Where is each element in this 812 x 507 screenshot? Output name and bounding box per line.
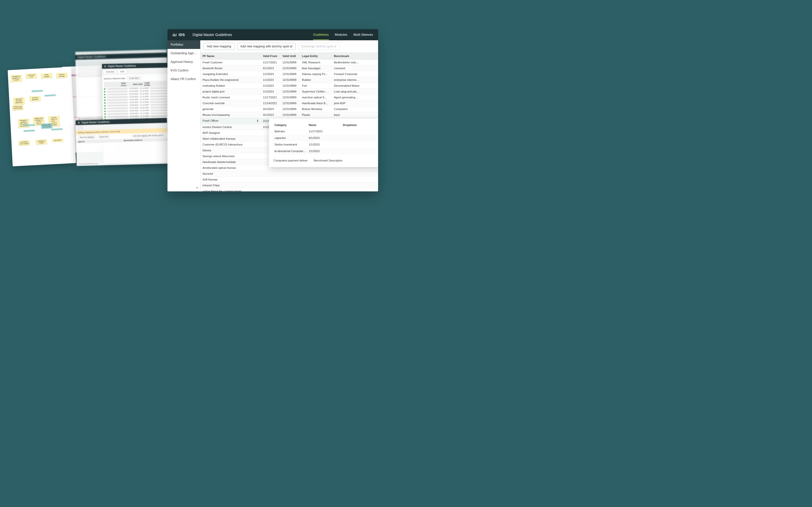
sidebar-item-allianz-fr-confirm[interactable]: Allianz FR Confirm — [167, 75, 200, 83]
table-row[interactable]: generate3/1/202312/31/9999Bolivar Montan… — [200, 106, 378, 112]
table-row[interactable]: project digital port1/1/202312/31/9999Su… — [200, 89, 378, 95]
sticky-note: Anfrage bzgl. neuer Fonds — [12, 105, 23, 111]
app-header: IDS Digital Master Guidelines Guidelines… — [167, 29, 378, 40]
popover-row[interactable]: bi-directional Computer ap…1/1/2023 — [273, 148, 376, 154]
col-benchmark[interactable]: Benchmark — [332, 53, 378, 60]
bg-sticky-board: Navigate to guideline or moduleDownload … — [8, 67, 76, 167]
popover-footer-left: Computers payment deliver — [273, 159, 308, 162]
download-icon[interactable]: ⬇ — [256, 119, 259, 123]
col-pf-name[interactable]: PF Name — [200, 53, 261, 60]
table-row[interactable]: motivating Rubber1/1/202312/31/9999FortD… — [200, 83, 378, 89]
sticky-note: Make changes — [41, 73, 52, 79]
nav-modules[interactable]: Modules — [335, 30, 347, 40]
table-row[interactable]: Fresh Customer11/17/202112/31/9999XML Re… — [200, 60, 378, 65]
popover-row[interactable]: Serbia Investment1/1/2023 — [273, 141, 376, 148]
table-row[interactable]: bluetooth Books6/1/202312/31/9999blue Sa… — [200, 65, 378, 71]
sidebar-item-kvg-confirm[interactable]: KVG Confirm — [167, 66, 200, 75]
sticky-note: MS Asset Manager abstimmen — [13, 97, 24, 105]
sticky-note: Navigate to guideline or module — [10, 74, 22, 82]
sidebar-item-approval-history[interactable]: Approval History — [167, 58, 200, 66]
sidebar-item-outstanding-approv-[interactable]: Outstanding Approv… — [167, 49, 200, 58]
popover-footer-right: Benchmark Description — [314, 159, 343, 162]
app-nav: GuidelinesModulesMulti Sleeves — [313, 30, 373, 40]
svg-rect-3 — [176, 34, 176, 36]
table-row[interactable]: Mouse encompassing3/1/202312/31/9999Plas… — [200, 112, 378, 118]
app-logo: IDS — [172, 33, 185, 37]
sticky-note — [32, 90, 43, 92]
sticky-note — [23, 130, 35, 132]
gear-icon: ⚙ — [78, 121, 80, 124]
legacy-tab-edit: Edit — [117, 69, 126, 74]
add-mapping-button[interactable]: Add new mapping — [204, 43, 235, 50]
add-dummy-mapping-button[interactable]: Add new mapping with dummy spok id — [237, 43, 296, 50]
col-valid-until[interactable]: Valid Until — [281, 53, 300, 60]
sticky-note: Navigate to guideline edit-ansicht overv… — [18, 119, 30, 128]
sticky-note — [23, 124, 35, 126]
sticky-note: edit values — [52, 138, 63, 142]
table-row[interactable]: Plaza Rubber Re-engineered1/1/202312/31/… — [200, 77, 378, 83]
svg-rect-2 — [175, 35, 175, 36]
col-valid-from[interactable]: Valid From — [261, 53, 281, 60]
sidebar: PortfoliosOutstanding Approv…Approval Hi… — [167, 40, 200, 191]
main-panel: Add new mapping Add new mapping with dum… — [200, 40, 378, 191]
detail-popover: CategoryNameDropdown Bahraini11/17/2021c… — [269, 118, 378, 167]
table-row[interactable]: Concrete override11/14/202212/31/9999Han… — [200, 100, 378, 106]
nav-guidelines[interactable]: Guidelines — [313, 30, 328, 40]
table-row[interactable]: navigating Extended1/1/202312/31/9999Dak… — [200, 71, 378, 77]
svg-rect-0 — [173, 34, 173, 36]
sticky-note — [45, 94, 56, 96]
bars-icon — [172, 33, 176, 37]
sticky-note: Send to manager — [56, 73, 67, 78]
table-row[interactable]: Rustic mesh Licensed11/17/202112/31/9999… — [200, 95, 378, 100]
sticky-note: Tabellen-filter sind wichtig — [41, 123, 52, 129]
sticky-note: Add new guideline — [30, 96, 41, 102]
toolbar: Add new mapping Add new mapping with dum… — [200, 40, 378, 53]
gear-icon: ⚙ — [104, 65, 106, 68]
svg-rect-1 — [174, 33, 174, 36]
app-window: IDS Digital Master Guidelines Guidelines… — [167, 29, 378, 191]
table-row[interactable]: online Pierre Re-contextualized — [200, 188, 378, 192]
bg-legacy-app-edit: ⚙ Digital Master Guidelines Editing mapp… — [75, 118, 168, 166]
legacy-tab-overview: Overview — [103, 69, 117, 74]
sticky-note: Download excel — [26, 73, 37, 79]
exchange-dummy-button: Exchange dummy spok id — [298, 43, 340, 50]
popover-row[interactable]: capacitor6/1/2023 — [273, 134, 376, 141]
sticky-note: coordinate new changes — [18, 140, 30, 146]
sidebar-collapse-button[interactable]: « — [196, 185, 198, 189]
app-title: Digital Master Guidelines — [193, 33, 232, 37]
table-row[interactable]: Secured — [200, 171, 378, 177]
table-row[interactable]: intranet Chips — [200, 182, 378, 188]
sidebar-item-portfolios[interactable]: Portfolios — [167, 40, 200, 49]
nav-multi-sleeves[interactable]: Multi Sleeves — [353, 30, 373, 40]
sticky-note: navigate to module — [36, 139, 47, 145]
sticky-note — [52, 128, 63, 130]
popover-row[interactable]: Bahraini11/17/2021 — [273, 128, 376, 134]
table-row[interactable]: Soft Kansas — [200, 177, 378, 182]
col-legal-entity[interactable]: Legal Entity — [300, 53, 332, 60]
